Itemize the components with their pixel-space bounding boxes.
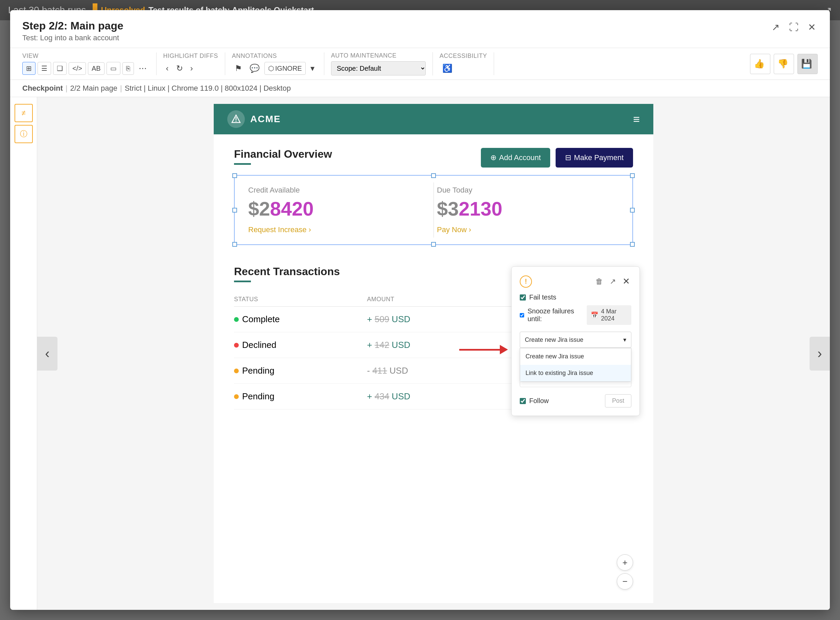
status-text: Pending — [242, 391, 274, 402]
refresh-button[interactable]: ↻ — [174, 62, 186, 75]
pay-now-arrow: › — [469, 226, 471, 234]
toolbar-auto-maintenance-section: AUTO MAINTENANCE Scope: Default — [324, 52, 433, 75]
popup-trash-button[interactable]: 🗑 — [594, 276, 604, 287]
info-indicator[interactable]: ⓘ — [15, 125, 33, 143]
expand-icon: ⛶ — [789, 22, 798, 33]
due-card: Due Today $32130 Pay Now › — [437, 186, 619, 234]
checkpoint-label: Checkpoint — [22, 84, 63, 93]
flag-icon: ⚑ — [235, 64, 242, 73]
close-icon: ✕ — [808, 22, 816, 33]
chevron-left-icon: ‹ — [166, 64, 169, 73]
thumbup-button[interactable]: 👍 — [750, 54, 770, 74]
card-divider — [434, 182, 434, 238]
toolbar-highlight-section: HIGHLIGHT DIFFS ‹ ↻ › — [157, 53, 225, 75]
popup-share-button[interactable]: ↗ — [608, 276, 617, 287]
post-button[interactable]: Post — [605, 394, 632, 408]
status-cell: Pending — [234, 391, 367, 402]
cards-area: Credit Available $28420 Request Increase… — [234, 175, 633, 245]
app-header: ACME ≡ — [214, 104, 653, 134]
plus-icon: + — [622, 557, 627, 568]
close-button[interactable]: ✕ — [806, 20, 818, 35]
post-label: Post — [612, 397, 624, 404]
payment-icon: ⊟ — [565, 153, 571, 162]
annotations-chevron-button[interactable]: ▾ — [308, 62, 317, 75]
share-button[interactable]: ↗ — [770, 20, 782, 35]
scope-select[interactable]: Scope: Default — [331, 61, 426, 75]
jira-menu-create[interactable]: Create new Jira issue — [520, 348, 631, 365]
expand-button[interactable]: ⛶ — [787, 20, 800, 35]
close-icon: ✕ — [622, 276, 630, 286]
copy-button[interactable]: ⎘ — [122, 62, 134, 75]
calendar-icon: 📅 — [591, 312, 598, 319]
snooze-checkbox[interactable] — [520, 313, 524, 318]
follow-label: Follow — [529, 397, 549, 405]
request-increase-link[interactable]: Request Increase › — [248, 226, 430, 234]
zoom-in-button[interactable]: + — [617, 554, 633, 570]
add-icon: ⊕ — [490, 153, 496, 162]
ab-icon: AB — [92, 65, 101, 72]
chevron-down-icon: ▾ — [623, 336, 626, 343]
due-amount: $32130 — [437, 197, 619, 220]
comment-button[interactable]: 💬 — [247, 62, 262, 75]
status-dot-complete — [234, 317, 239, 322]
toolbar-view-section: VIEW ⊞ ☰ ❑ </> AB — [22, 53, 157, 75]
checkpoint-value: 2/2 Main page — [70, 84, 117, 93]
status-cell: Declined — [234, 340, 367, 350]
pay-now-link[interactable]: Pay Now › — [437, 226, 619, 234]
hamburger-button[interactable]: ≡ — [633, 113, 640, 126]
warning-icon: ! — [520, 275, 532, 287]
not-equal-indicator[interactable]: ≠ — [15, 104, 33, 122]
accessibility-label: ACCESSIBILITY — [440, 53, 487, 60]
fail-tests-checkbox[interactable] — [520, 295, 526, 301]
nav-prev-button[interactable]: ‹ — [37, 337, 57, 370]
thumbdown-button[interactable]: 👎 — [774, 54, 794, 74]
amount-cell: + 509 USD — [367, 314, 500, 325]
highlight-label: HIGHLIGHT DIFFS — [164, 53, 218, 60]
jira-dropdown-menu: Create new Jira issue Link to existing J… — [520, 348, 632, 382]
list-icon: ☰ — [41, 64, 47, 72]
dots-icon: ⋯ — [139, 64, 147, 73]
comment-icon: 💬 — [250, 64, 260, 73]
rect-button[interactable]: ▭ — [106, 62, 120, 75]
status-dot-pending — [234, 369, 239, 373]
main-modal: Step 2/2: Main page Test: Log into a ban… — [10, 10, 830, 610]
credit-label: Credit Available — [248, 186, 430, 195]
popup-close-button[interactable]: ✕ — [621, 275, 632, 288]
viewport: ACME ≡ Financial Overview — [37, 97, 830, 610]
transactions-underline — [234, 281, 251, 282]
minus-icon: − — [622, 576, 627, 587]
layers-icon: ❑ — [57, 64, 63, 72]
request-increase-text: Request Increase — [248, 226, 306, 234]
flag-button[interactable]: ⚑ — [232, 62, 245, 75]
layers-button[interactable]: ❑ — [53, 62, 67, 75]
nav-next-button[interactable]: › — [810, 337, 830, 370]
ignore-button[interactable]: ⬡ IGNORE — [264, 62, 306, 75]
follow-row: Follow Post — [520, 394, 632, 408]
arrow-shaft — [459, 349, 500, 351]
prev-diff-button[interactable]: ‹ — [164, 62, 171, 75]
accessibility-button[interactable]: ♿ — [440, 62, 455, 75]
ab-button[interactable]: AB — [88, 62, 105, 75]
view-list-button[interactable]: ☰ — [38, 62, 51, 75]
hamburger-icon: ≡ — [633, 113, 640, 126]
toolbar-accessibility-section: ACCESSIBILITY ♿ — [433, 53, 494, 75]
jira-create-label: Create new Jira issue — [525, 353, 584, 360]
next-diff-button[interactable]: › — [188, 62, 196, 75]
jira-menu-link[interactable]: Link to existing Jira issue — [520, 365, 631, 381]
jira-dropdown-container: Create new Jira issue ▾ Create new Jira … — [520, 332, 632, 348]
view-grid-button[interactable]: ⊞ — [22, 62, 36, 75]
toolbar-annotations-group: ANNOTATIONS ⚑ 💬 ⬡ IGNORE ▾ — [232, 53, 317, 75]
save-button[interactable]: 💾 — [797, 54, 818, 74]
add-account-button[interactable]: ⊕ Add Account — [481, 148, 550, 167]
zoom-out-button[interactable]: − — [617, 573, 633, 590]
jira-dropdown-button[interactable]: Create new Jira issue ▾ — [520, 332, 632, 348]
follow-checkbox[interactable] — [520, 398, 526, 404]
more-button[interactable]: ⋯ — [136, 62, 150, 75]
jira-link-label: Link to existing Jira issue — [525, 370, 593, 376]
popup-panel: ! 🗑 ↗ ✕ — [511, 266, 640, 416]
handle-mr — [630, 208, 635, 212]
modal-subtitle: Test: Log into a bank account — [22, 33, 123, 42]
code-button[interactable]: </> — [69, 62, 86, 75]
make-payment-button[interactable]: ⊟ Make Payment — [556, 148, 633, 167]
code-icon: </> — [72, 65, 82, 72]
